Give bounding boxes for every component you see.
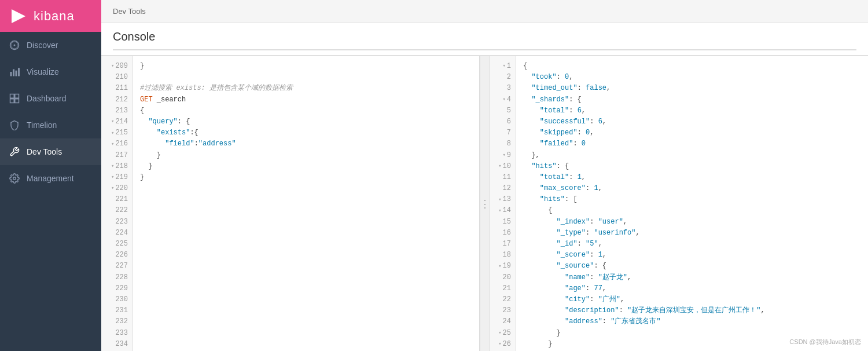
sidebar-label-discover: Discover xyxy=(27,41,58,50)
line-num-209: ▾209 xyxy=(101,61,133,72)
resp-line-13: ▾13 xyxy=(490,194,516,205)
svg-rect-4 xyxy=(10,72,12,76)
line-num-233: 233 xyxy=(101,328,133,339)
line-num-214: ▾214 xyxy=(101,116,133,127)
resp-line-23: 23 xyxy=(490,305,516,316)
line-num-215: ▾215 xyxy=(101,127,133,138)
resp-line-3: 3 xyxy=(490,83,516,94)
line-num-231: 231 xyxy=(101,305,133,316)
editor-pane[interactable]: ▾209 210 211 212 213 ▾214 ▾215 ▾216 217 … xyxy=(101,56,480,351)
line-num-230: 230 xyxy=(101,294,133,305)
sidebar-item-dashboard[interactable]: Dashboard xyxy=(0,85,101,112)
sidebar-label-management: Management xyxy=(27,174,74,183)
resp-line-2: 2 xyxy=(490,72,516,83)
sidebar-item-devtools[interactable]: Dev Tools xyxy=(0,138,101,165)
line-num-220: ▾220 xyxy=(101,183,133,194)
sidebar-label-visualize: Visualize xyxy=(27,67,59,76)
line-num-222: 222 xyxy=(101,205,133,216)
resp-line-9: ▾9 xyxy=(490,150,516,161)
line-num-211: 211 xyxy=(101,83,133,94)
editor-line-numbers: ▾209 210 211 212 213 ▾214 ▾215 ▾216 217 … xyxy=(101,56,133,351)
resp-line-8: 8 xyxy=(490,138,516,149)
editor-code[interactable]: } #过滤搜索 exists: 是指包含某个域的数据检索 GET _search… xyxy=(133,56,479,351)
resp-line-19: ▾19 xyxy=(490,261,516,272)
line-num-229: 229 xyxy=(101,283,133,294)
shield-icon xyxy=(9,120,20,130)
resp-line-12: 12 xyxy=(490,183,516,194)
resp-line-25: ▾25 xyxy=(490,328,516,339)
compass-icon xyxy=(9,40,20,50)
line-num-213: 213 xyxy=(101,105,133,116)
resp-line-26: ▾26 xyxy=(490,339,516,350)
gear-icon xyxy=(9,173,20,184)
line-num-224: 224 xyxy=(101,228,133,239)
console-title: Console xyxy=(113,30,856,50)
resp-line-7: 7 xyxy=(490,127,516,138)
editor-area: ▾209 210 211 212 213 ▾214 ▾215 ▾216 217 … xyxy=(101,56,868,351)
line-num-226: 226 xyxy=(101,250,133,261)
pane-resizer[interactable]: ⋮ xyxy=(480,56,490,351)
line-num-234: 234 xyxy=(101,339,133,350)
resp-line-21: 21 xyxy=(490,283,516,294)
bar-chart-icon xyxy=(9,67,20,77)
resp-line-18: 18 xyxy=(490,250,516,261)
resp-line-10: ▾10 xyxy=(490,161,516,172)
resp-line-5: 5 xyxy=(490,105,516,116)
line-num-227: 227 xyxy=(101,261,133,272)
line-num-210: 210 xyxy=(101,72,133,83)
svg-marker-0 xyxy=(12,9,25,23)
line-num-232: 232 xyxy=(101,316,133,327)
resp-line-15: 15 xyxy=(490,217,516,228)
sidebar-item-timelion[interactable]: Timelion xyxy=(0,112,101,138)
resp-line-20: 20 xyxy=(490,272,516,283)
console-header: Console xyxy=(101,23,868,56)
topbar: Dev Tools xyxy=(101,0,868,23)
svg-rect-10 xyxy=(10,99,14,103)
resp-line-11: 11 xyxy=(490,172,516,183)
kibana-logo: kibana xyxy=(0,0,101,32)
sidebar-item-management[interactable]: Management xyxy=(0,165,101,192)
line-num-223: 223 xyxy=(101,217,133,228)
svg-point-2 xyxy=(14,45,16,46)
resp-line-16: 16 xyxy=(490,228,516,239)
resp-line-4: ▾4 xyxy=(490,94,516,105)
response-line-numbers: ▾1 2 3 ▾4 5 6 7 8 ▾9 ▾10 11 12 ▾13 ▾14 1… xyxy=(490,56,516,351)
resp-line-1: ▾1 xyxy=(490,61,516,72)
main-content: Dev Tools Console ▾209 210 211 212 213 ▾… xyxy=(101,0,868,351)
svg-rect-7 xyxy=(18,68,20,76)
line-num-228: 228 xyxy=(101,272,133,283)
kibana-logo-icon xyxy=(9,7,28,25)
sidebar: kibana Discover Visualize Dashboard Time… xyxy=(0,0,101,351)
resp-line-24: 24 xyxy=(490,316,516,327)
line-num-221: 221 xyxy=(101,194,133,205)
svg-point-12 xyxy=(13,177,16,180)
resp-line-6: 6 xyxy=(490,116,516,127)
line-num-217: 217 xyxy=(101,150,133,161)
resp-line-17: 17 xyxy=(490,239,516,250)
sidebar-label-timelion: Timelion xyxy=(27,120,57,130)
line-num-219: ▾219 xyxy=(101,172,133,183)
wrench-icon xyxy=(9,147,20,157)
line-num-216: ▾216 xyxy=(101,138,133,149)
svg-rect-8 xyxy=(10,94,14,98)
resp-line-22: 22 xyxy=(490,294,516,305)
sidebar-label-devtools: Dev Tools xyxy=(27,147,62,156)
svg-rect-9 xyxy=(15,94,19,98)
svg-rect-6 xyxy=(16,71,17,76)
svg-rect-5 xyxy=(13,70,14,76)
line-num-225: 225 xyxy=(101,239,133,250)
line-num-218: ▾218 xyxy=(101,161,133,172)
sidebar-item-visualize[interactable]: Visualize xyxy=(0,58,101,85)
dev-tools-title: Dev Tools xyxy=(113,7,146,16)
sidebar-item-discover[interactable]: Discover xyxy=(0,32,101,58)
kibana-logo-text: kibana xyxy=(34,9,75,24)
svg-rect-11 xyxy=(15,99,19,103)
watermark: CSDN @我待Java如初恋 xyxy=(789,338,861,346)
sidebar-label-dashboard: Dashboard xyxy=(27,94,67,103)
response-pane[interactable]: ▾1 2 3 ▾4 5 6 7 8 ▾9 ▾10 11 12 ▾13 ▾14 1… xyxy=(490,56,868,351)
grid-icon xyxy=(9,93,20,104)
response-code[interactable]: { "took": 0, "timed_out": false, "_shard… xyxy=(516,56,868,351)
line-num-212: 212 xyxy=(101,94,133,105)
resp-line-14: ▾14 xyxy=(490,205,516,216)
